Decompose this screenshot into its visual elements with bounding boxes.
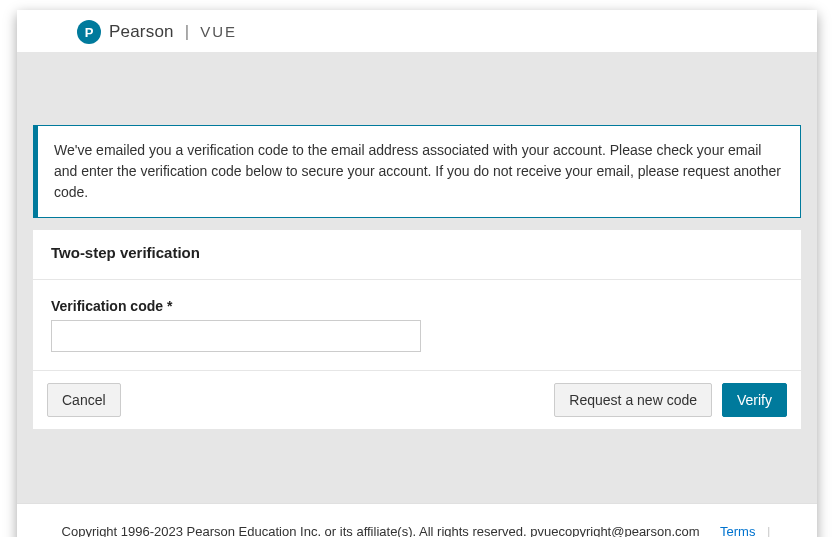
panel-body: Verification code *: [33, 280, 801, 371]
actions-right-group: Request a new code Verify: [554, 383, 787, 417]
request-new-code-button[interactable]: Request a new code: [554, 383, 712, 417]
info-notice: We've emailed you a verification code to…: [33, 125, 801, 218]
verification-code-label: Verification code *: [51, 298, 783, 314]
content-area: We've emailed you a verification code to…: [17, 53, 817, 445]
footer: Copyright 1996-2023 Pearson Education In…: [17, 503, 817, 537]
brand-name-primary: Pearson: [109, 22, 174, 41]
panel-title: Two-step verification: [33, 230, 801, 280]
info-notice-text: We've emailed you a verification code to…: [54, 142, 781, 200]
brand-name-secondary: VUE: [200, 23, 237, 40]
verify-button[interactable]: Verify: [722, 383, 787, 417]
brand-logo-text: Pearson | VUE: [109, 22, 237, 42]
brand-logo: P Pearson | VUE: [77, 20, 797, 44]
brand-logo-icon: P: [77, 20, 101, 44]
verification-panel: Two-step verification Verification code …: [33, 230, 801, 429]
page-container: P Pearson | VUE We've emailed you a veri…: [17, 10, 817, 537]
footer-terms-link[interactable]: Terms: [720, 524, 755, 537]
panel-actions: Cancel Request a new code Verify: [33, 371, 801, 429]
cancel-button[interactable]: Cancel: [47, 383, 121, 417]
brand-initial: P: [85, 25, 94, 40]
footer-copyright: Copyright 1996-2023 Pearson Education In…: [62, 524, 700, 537]
footer-divider: |: [767, 524, 770, 537]
verification-code-input[interactable]: [51, 320, 421, 352]
header-bar: P Pearson | VUE: [17, 10, 817, 53]
brand-divider: |: [185, 22, 190, 41]
